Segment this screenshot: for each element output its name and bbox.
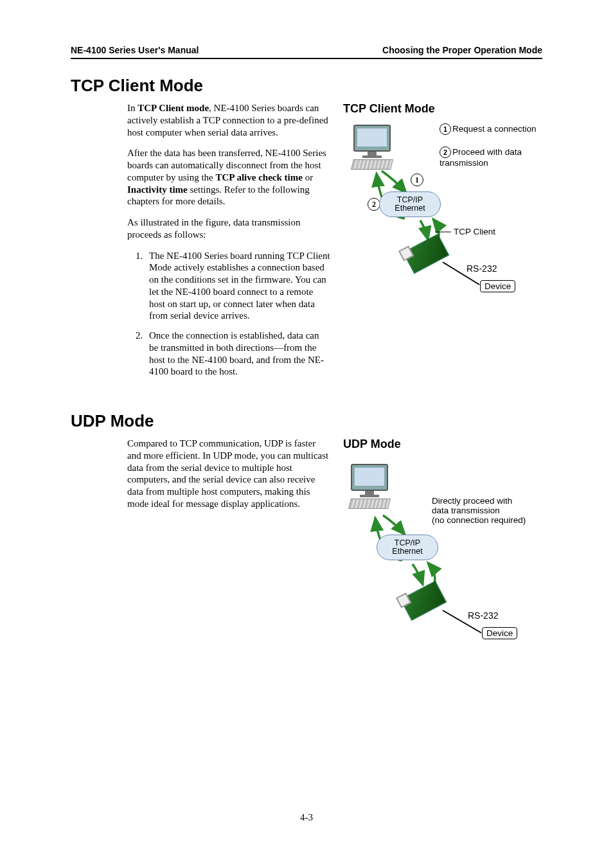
udp-para-1: Compared to TCP communication, UDP is fa… [127, 438, 330, 510]
tcp-para-2: After the data has been transferred, NE-… [127, 147, 330, 208]
figure-title-udp: UDP Mode [343, 438, 542, 451]
section-heading-tcp: TCP Client Mode [71, 76, 542, 96]
cloud-icon: TCP/IPEthernet [377, 533, 438, 562]
figure-marker-2: 2 [368, 198, 380, 211]
figure-tcp-client: 1Request a connection 2Proceed with data… [343, 121, 542, 314]
figure-title-tcp: TCP Client Mode [343, 102, 542, 116]
doc-header: NE-4100 Series User's Manual Choosing th… [71, 45, 542, 59]
page-number: 4-3 [0, 812, 613, 823]
figure-udp: Directly proceed with data transmission … [343, 456, 542, 662]
tcp-para-3: As illustrated in the figure, data trans… [127, 217, 330, 241]
figure-device-box: Device [482, 627, 517, 639]
cloud-icon: TCP/IPEthernet [379, 190, 441, 218]
figure-label-rs232: RS-232 [468, 610, 498, 621]
header-left: NE-4100 Series User's Manual [71, 45, 199, 55]
tcp-step-1: The NE-4100 Series board running TCP Cli… [145, 250, 330, 323]
figure-label-rs232: RS-232 [466, 263, 497, 274]
figure-label-tcpclient: TCP Client [454, 227, 495, 236]
figure-device-box: Device [480, 280, 515, 292]
figure-marker-1: 1 [411, 173, 423, 186]
tcp-para-1: In TCP Client mode, NE-4100 Series board… [127, 102, 330, 138]
section-heading-udp: UDP Mode [71, 411, 542, 431]
header-right: Choosing the Proper Operation Mode [382, 45, 542, 55]
tcp-step-2: Once the connection is established, data… [145, 330, 330, 378]
